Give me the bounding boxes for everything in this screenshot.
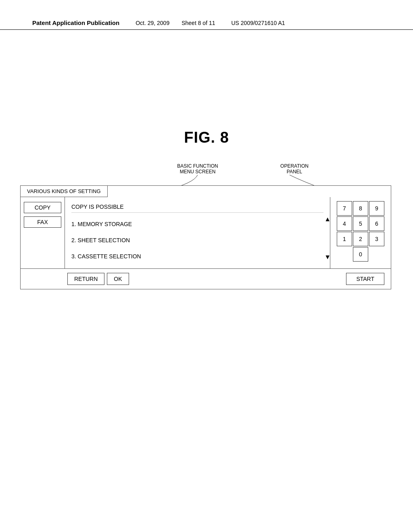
key-2[interactable]: 2 [353, 232, 368, 246]
panel-top-bar: VARIOUS KINDS OF SETTING [21, 186, 391, 197]
menu-item-3[interactable]: 3. CASSETTE SELECTION [71, 248, 323, 264]
key-3[interactable]: 3 [369, 232, 384, 246]
copy-button[interactable]: COPY [24, 202, 61, 213]
ok-button[interactable]: OK [107, 273, 129, 285]
bottom-left-buttons: RETURN OK [67, 273, 129, 285]
diagram-area: BASIC FUNCTION MENU SCREEN OPERATION PAN… [20, 161, 391, 289]
svg-text:MENU SCREEN: MENU SCREEN [180, 169, 216, 175]
key-7[interactable]: 7 [337, 201, 352, 216]
svg-text:BASIC FUNCTION: BASIC FUNCTION [177, 163, 218, 169]
panel-content: COPY FAX COPY IS POSSIBLE ▲ 1. MEMORY ST… [21, 197, 391, 268]
menu-items-wrapper: ▲ 1. MEMORY STORAGE 2. SHEET SELECTION 3… [71, 216, 323, 264]
key-1[interactable]: 1 [337, 232, 352, 246]
key-4[interactable]: 4 [337, 216, 352, 231]
numpad-area: 7 8 9 4 5 6 1 2 3 0 [330, 197, 391, 268]
figure-title: FIG. 8 [0, 129, 413, 146]
various-kinds-label: VARIOUS KINDS OF SETTING [21, 186, 108, 197]
sheet-label: Sheet 8 of 11 [181, 20, 215, 26]
svg-text:OPERATION: OPERATION [280, 163, 309, 169]
numpad-grid: 7 8 9 4 5 6 1 2 3 0 [337, 201, 384, 262]
page-header: Patent Application Publication Oct. 29, … [0, 19, 413, 30]
panel-bottom-row: RETURN OK START [21, 268, 391, 289]
status-text: COPY IS POSSIBLE [71, 201, 323, 213]
svg-text:PANEL: PANEL [287, 169, 302, 175]
left-sidebar: COPY FAX [21, 197, 65, 268]
center-menu: COPY IS POSSIBLE ▲ 1. MEMORY STORAGE 2. … [65, 197, 330, 268]
operation-panel: VARIOUS KINDS OF SETTING COPY FAX COPY I… [20, 185, 391, 289]
scroll-up-button[interactable]: ▲ [324, 216, 331, 222]
key-6[interactable]: 6 [369, 216, 384, 231]
scroll-down-button[interactable]: ▼ [324, 254, 331, 260]
key-8[interactable]: 8 [353, 201, 368, 216]
key-9[interactable]: 9 [369, 201, 384, 216]
publication-label: Patent Application Publication [32, 19, 119, 26]
return-button[interactable]: RETURN [67, 273, 104, 285]
start-button-wrapper: START [346, 273, 384, 285]
menu-item-2[interactable]: 2. SHEET SELECTION [71, 232, 323, 248]
menu-items-list: 1. MEMORY STORAGE 2. SHEET SELECTION 3. … [71, 216, 323, 264]
key-0[interactable]: 0 [353, 247, 368, 262]
key-5[interactable]: 5 [353, 216, 368, 231]
date-label: Oct. 29, 2009 [136, 20, 169, 26]
fax-button[interactable]: FAX [24, 216, 61, 228]
menu-item-1[interactable]: 1. MEMORY STORAGE [71, 216, 323, 232]
start-button[interactable]: START [346, 273, 384, 285]
patent-label: US 2009/0271610 A1 [231, 20, 285, 26]
